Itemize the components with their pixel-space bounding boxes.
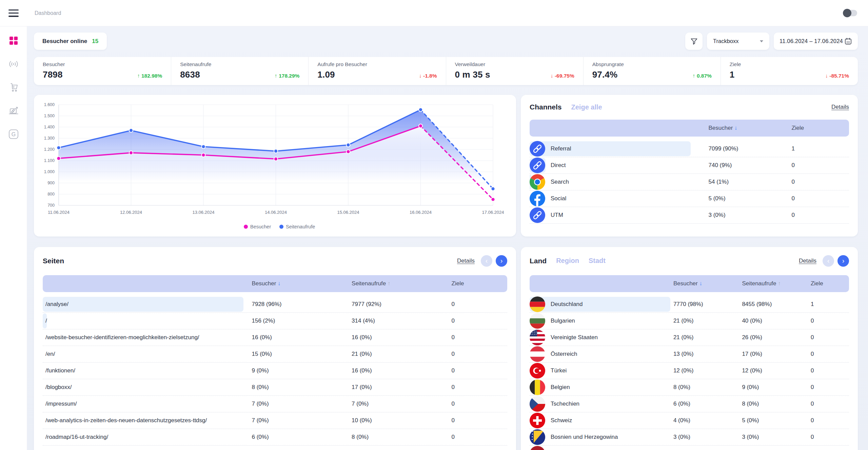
kpi-seitenaufrufe: Seitenaufrufe 8638 ↑ 178.29% <box>171 57 308 85</box>
page-ziele: 0 <box>452 417 507 424</box>
flag-nl-icon <box>530 446 545 450</box>
country-row[interactable]: Bosnien und Herzegowina 3 (0%) 3 (0%) 0 <box>530 429 849 446</box>
tab-land[interactable]: Land <box>530 257 547 265</box>
channel-label: Social <box>551 195 570 202</box>
page-row[interactable]: /analyse/ 7928 (96%) 7977 (92%) 0 <box>43 296 507 313</box>
svg-text:1.100: 1.100 <box>44 158 55 163</box>
date-range-picker[interactable]: 11.06.2024 – 17.06.2024 <box>774 33 858 50</box>
column-header-besucher[interactable]: Besucher ↓ <box>252 280 352 287</box>
channels-details-link[interactable]: Details <box>831 104 849 110</box>
page-row[interactable]: /roadmap/16-ut-tracking/ 6 (0%) 8 (0%) 0 <box>43 429 507 446</box>
kpi-aufrufe-pro-besucher: Aufrufe pro Besucher 1.09 ↓ -1.8% <box>308 57 446 85</box>
tab-region[interactable]: Region <box>556 257 579 265</box>
kpi-label: Besucher <box>43 61 162 67</box>
channel-besucher: 740 (9%) <box>709 162 792 169</box>
filter-button[interactable] <box>685 33 703 50</box>
project-select[interactable]: Trackboxx <box>707 33 769 50</box>
page-seitenaufrufe: 21 (0%) <box>352 351 452 357</box>
menu-button[interactable] <box>8 9 19 17</box>
countries-prev-page-button[interactable]: ‹ <box>823 255 834 267</box>
column-header-besucher[interactable]: Besucher ↓ <box>709 125 792 131</box>
column-header-ziele[interactable]: Ziele <box>452 280 507 287</box>
svg-text:Seitenaufrufe: Seitenaufrufe <box>286 224 315 229</box>
sidebar-item-google[interactable]: G <box>6 127 21 142</box>
svg-text:1.500: 1.500 <box>44 114 55 118</box>
country-ziele: 0 <box>811 367 849 374</box>
country-ziele: 0 <box>811 417 849 424</box>
page-path: /analyse/ <box>43 301 72 308</box>
svg-text:1.400: 1.400 <box>44 125 55 129</box>
country-besucher: 21 (0%) <box>673 318 742 324</box>
countries-next-page-button[interactable]: › <box>837 255 849 267</box>
live-visitors-icon <box>8 60 19 69</box>
channel-row-search[interactable]: Search 54 (1%) 0 <box>530 174 849 190</box>
kpi-label: Ziele <box>730 61 849 67</box>
flag-de-icon <box>530 296 545 312</box>
column-header-ziele[interactable]: Ziele <box>811 280 849 287</box>
chrome-icon <box>530 174 545 190</box>
kpi-value: 0 m 35 s <box>455 69 490 80</box>
column-header-seitenaufrufe[interactable]: Seitenaufrufe ↑ <box>352 280 452 287</box>
country-row[interactable]: Vereinigte Staaten 21 (0%) 26 (0%) 0 <box>530 329 849 346</box>
country-seitenaufrufe: 9 (0%) <box>742 384 811 391</box>
sidebar-item-ecommerce[interactable] <box>6 80 21 96</box>
channel-row-direct[interactable]: Direct 740 (9%) 0 <box>530 157 849 174</box>
country-row[interactable]: Deutschland 7770 (98%) 8455 (98%) 1 <box>530 296 849 313</box>
country-row[interactable]: Niederlande 3 (0%) 4 (0%) 0 <box>530 446 849 450</box>
page-row[interactable]: /en/ 15 (0%) 21 (0%) 0 <box>43 346 507 363</box>
channel-row-social[interactable]: Social 5 (0%) 0 <box>530 190 849 207</box>
pages-details-link[interactable]: Details <box>457 258 475 264</box>
sidebar-item-tracking[interactable] <box>6 103 21 119</box>
toggle-knob <box>843 9 851 17</box>
theme-toggle[interactable] <box>844 10 857 16</box>
page-row[interactable]: /dsgvo-konforme-gestaltung-von-consent-b… <box>43 446 507 450</box>
country-seitenaufrufe: 5 (0%) <box>742 417 811 424</box>
country-besucher: 3 (0%) <box>673 434 742 441</box>
visitors-online-label: Besucher online <box>42 38 87 45</box>
page-row[interactable]: / 156 (2%) 314 (4%) 0 <box>43 313 507 329</box>
pages-next-page-button[interactable]: › <box>496 255 507 267</box>
sidebar-item-live[interactable] <box>6 57 21 72</box>
country-row[interactable]: Belgien 8 (0%) 9 (0%) 0 <box>530 379 849 396</box>
flag-bg-icon <box>530 313 545 329</box>
country-besucher: 6 (0%) <box>673 401 742 407</box>
page-row[interactable]: /web-analytics-in-zeiten-des-neuen-daten… <box>43 412 507 429</box>
country-row[interactable]: Tschechien 6 (0%) 8 (0%) 0 <box>530 396 849 412</box>
page-row[interactable]: /impressum/ 7 (0%) 7 (0%) 0 <box>43 396 507 412</box>
country-seitenaufrufe: 12 (0%) <box>742 367 811 374</box>
svg-text:900: 900 <box>47 181 55 185</box>
channels-show-all-link[interactable]: Zeige alle <box>571 103 602 111</box>
country-row[interactable]: Schweiz 4 (0%) 5 (0%) 0 <box>530 412 849 429</box>
page-row[interactable]: /funktionen/ 9 (0%) 16 (0%) 0 <box>43 363 507 379</box>
sidebar: G <box>0 26 27 450</box>
column-header-ziele[interactable]: Ziele <box>791 125 849 131</box>
flag-us-icon <box>530 330 545 345</box>
sidebar-item-dashboard[interactable] <box>6 33 21 49</box>
page-row[interactable]: /blogboxx/ 8 (0%) 17 (0%) 0 <box>43 379 507 396</box>
page-ziele: 0 <box>452 334 507 341</box>
column-header-besucher[interactable]: Besucher ↓ <box>673 280 742 287</box>
channel-row-utm[interactable]: UTM 3 (0%) 0 <box>530 207 849 224</box>
visitors-chart-card: 1.6001.5001.4001.3001.2001.1001.00090080… <box>34 95 516 237</box>
page-besucher: 156 (2%) <box>252 318 352 324</box>
kpi-absprungrate: Absprungrate 97.4% ↑ 0.87% <box>583 57 721 85</box>
flag-at-icon <box>530 346 545 362</box>
country-row[interactable]: Österreich 13 (0%) 17 (0%) 0 <box>530 346 849 363</box>
country-row[interactable]: Bulgarien 21 (0%) 40 (0%) 0 <box>530 313 849 329</box>
country-besucher: 7770 (98%) <box>673 301 742 308</box>
svg-text:15.06.2024: 15.06.2024 <box>337 210 359 215</box>
pages-title: Seiten <box>43 257 64 265</box>
tab-stadt[interactable]: Stadt <box>589 257 606 265</box>
channel-row-referral[interactable]: Referral 7099 (90%) 1 <box>530 141 849 157</box>
country-row[interactable]: Türkei 12 (0%) 12 (0%) 0 <box>530 363 849 379</box>
main-content: Besucher online 15 Trackboxx 11.06.2024 … <box>27 26 868 450</box>
pages-prev-page-button[interactable]: ‹ <box>481 255 492 267</box>
svg-text:12.06.2024: 12.06.2024 <box>120 210 142 215</box>
country-name: Türkei <box>551 367 570 374</box>
page-path: /en/ <box>43 351 58 357</box>
top-bar: Dashboard <box>0 0 868 26</box>
page-row[interactable]: /website-besucher-identifizieren-moeglic… <box>43 329 507 346</box>
column-header-seitenaufrufe[interactable]: Seitenaufrufe ↑ <box>742 280 811 287</box>
countries-details-link[interactable]: Details <box>799 258 816 264</box>
page-besucher: 9 (0%) <box>252 367 352 374</box>
